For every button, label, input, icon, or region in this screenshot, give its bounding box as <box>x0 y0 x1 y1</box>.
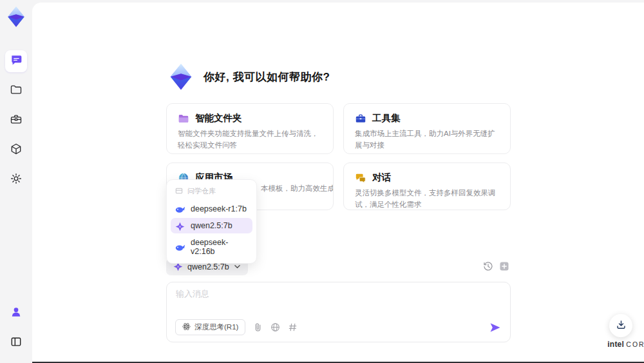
sidebar-item-chat[interactable] <box>5 50 27 72</box>
new-chat-icon[interactable] <box>499 261 509 271</box>
sidebar-item-models[interactable] <box>5 139 27 161</box>
model-dropdown-header: 问学仓库 <box>171 184 252 200</box>
send-icon[interactable] <box>489 321 502 334</box>
sidebar-item-settings[interactable] <box>5 169 27 191</box>
card-desc: 灵活切换多模型文件，支持多样回复效果调试，满足个性化需求 <box>355 188 499 210</box>
chat-gold-icon <box>355 172 366 184</box>
whale-icon <box>175 243 185 251</box>
card-title: 对话 <box>372 172 391 184</box>
toolbox-icon <box>10 113 23 128</box>
card-desc: 智能文件夹功能支持批量文件上传与清洗，轻松实现文件问答 <box>178 128 322 152</box>
card-desc: 集成市场上主流工具，助力AI与外界无缝扩展与对接 <box>355 128 499 152</box>
gear-icon <box>10 172 23 188</box>
sidebar-item-toolbox[interactable] <box>5 110 27 132</box>
whale-icon <box>175 205 185 213</box>
composer: 深度思考(R1) <box>166 282 511 342</box>
sidebar-collapse-button[interactable] <box>5 332 27 354</box>
card-smart-folder[interactable]: 智能文件夹 智能文件夹功能支持批量文件上传与清洗，轻松实现文件问答 <box>166 103 334 154</box>
hash-icon[interactable] <box>288 322 298 332</box>
model-dropdown: 问学仓库 deepseek-r1:7b qwen2.5:7b <box>166 179 257 264</box>
panel-icon <box>10 335 23 351</box>
atom-icon <box>182 322 191 332</box>
chat-icon <box>10 54 23 69</box>
download-button[interactable] <box>609 314 632 337</box>
model-option-label: deepseek-v2:16b <box>191 238 248 256</box>
card-title: 工具集 <box>372 112 401 124</box>
card-toolset[interactable]: 工具集 集成市场上主流工具，助力AI与外界无缝扩展与对接 <box>343 103 511 154</box>
card-dialogue[interactable]: 对话 灵活切换多模型文件，支持多样回复效果调试，满足个性化需求 <box>343 162 511 210</box>
gem-logo-icon <box>166 62 196 92</box>
gem-logo-icon <box>5 5 28 28</box>
sidebar-item-profile[interactable] <box>5 302 27 324</box>
deep-think-label: 深度思考(R1) <box>194 322 238 332</box>
model-option-label: deepseek-r1:7b <box>191 204 247 213</box>
intel-logo-text: intel <box>607 340 624 349</box>
greeting: 你好, 我可以如何帮助你? <box>166 62 330 92</box>
greeting-text: 你好, 我可以如何帮助你? <box>204 70 330 84</box>
core-logo-text: CORE <box>626 340 644 348</box>
intel-core-badge: intel CORE Ultra <box>594 340 644 355</box>
paperclip-icon[interactable] <box>253 322 263 332</box>
briefcase-blue-icon <box>355 113 366 124</box>
sidebar <box>0 0 32 363</box>
folder-icon <box>10 83 23 99</box>
badge-tier: Ultra <box>594 349 644 355</box>
download-icon <box>616 319 627 333</box>
deep-think-button[interactable]: 深度思考(R1) <box>175 319 245 335</box>
qwen-icon <box>175 222 185 230</box>
repo-icon <box>175 187 183 196</box>
model-dropdown-header-label: 问学仓库 <box>187 186 216 196</box>
cube-icon <box>10 142 23 158</box>
user-icon <box>10 306 23 321</box>
card-title: 智能文件夹 <box>195 112 242 124</box>
globe-icon[interactable] <box>270 322 280 332</box>
message-input[interactable] <box>176 288 498 314</box>
history-icon[interactable] <box>483 261 493 271</box>
model-option-qwen[interactable]: qwen2.5:7b <box>171 218 252 233</box>
folder-purple-icon <box>178 113 189 124</box>
model-option-deepseek-r1[interactable]: deepseek-r1:7b <box>171 201 252 217</box>
card-desc: 本模板，助力高效生成多 <box>261 184 334 193</box>
main-area: 你好, 我可以如何帮助你? 智能文件夹 智能文件夹功能支持批量文件上传与清洗，轻… <box>32 3 644 362</box>
sidebar-item-folders[interactable] <box>5 80 27 102</box>
model-option-label: qwen2.5:7b <box>191 221 232 230</box>
model-option-deepseek-v2[interactable]: deepseek-v2:16b <box>171 235 252 259</box>
